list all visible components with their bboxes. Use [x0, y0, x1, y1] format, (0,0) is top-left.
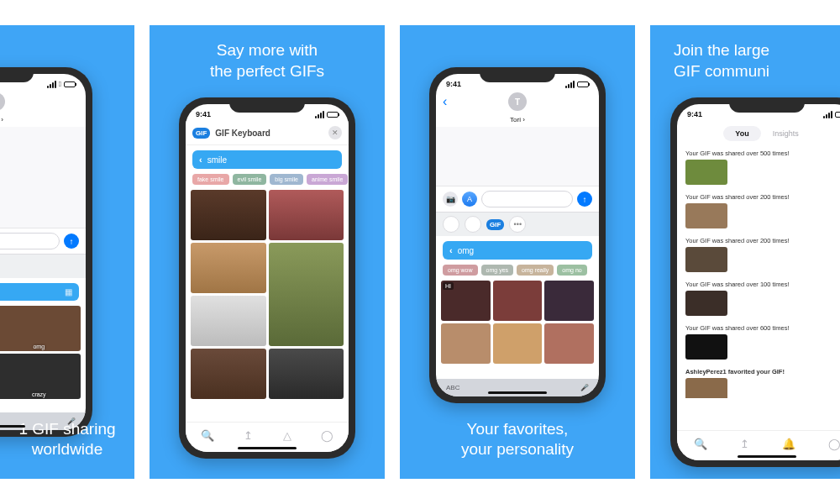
- suggestion-chips: omg wow omg yes omg really omg no: [436, 265, 599, 281]
- tab-profile-icon[interactable]: ◯: [828, 438, 841, 450]
- gif-search-bar[interactable]: ‹ smile: [192, 150, 342, 169]
- feed-item[interactable]: Your GIF was shared over 200 times!: [685, 234, 840, 276]
- chip[interactable]: omg really: [517, 265, 554, 276]
- chat-header: ‹ T: [436, 91, 599, 116]
- segmented-tabs: You Insights: [677, 121, 840, 146]
- promo-panel-2: Say more with the perfect GIFs 9:41 GIF …: [150, 25, 385, 479]
- app-icon[interactable]: [465, 216, 481, 233]
- app-icon[interactable]: [443, 216, 459, 233]
- appstore-icon[interactable]: A: [462, 192, 477, 207]
- feed-item[interactable]: Your GIF was shared over 100 times!: [685, 277, 840, 319]
- tab-you[interactable]: You: [723, 126, 760, 141]
- gif-keyboard-header: GIF GIF Keyboard ✕: [186, 121, 349, 145]
- feed-item[interactable]: AshleyPerez1 favorited your GIF!: [685, 365, 840, 398]
- suggestion-chips: fake smile evil smile big smile anime sm…: [186, 174, 349, 190]
- feed-thumb: [685, 334, 727, 360]
- send-button[interactable]: ↑: [577, 192, 592, 207]
- message-input[interactable]: [481, 191, 573, 207]
- phone-mock-4: 9:41 You Insights Your GIF was shared ov…: [670, 97, 840, 467]
- chat-body: [0, 127, 86, 228]
- feed-thumb: [685, 247, 727, 272]
- tab-profile-icon[interactable]: ◯: [321, 429, 333, 442]
- chip[interactable]: omg wow: [443, 265, 478, 276]
- gif-cell[interactable]: [269, 190, 344, 240]
- gif-cell[interactable]: [544, 323, 594, 364]
- contact-name[interactable]: Tori ›: [436, 116, 599, 127]
- message-input[interactable]: [0, 233, 60, 249]
- chip[interactable]: omg no: [557, 265, 586, 276]
- phone-notch: [0, 67, 34, 82]
- chip[interactable]: evil smile: [233, 174, 267, 185]
- imessage-apps-row: GIF •••: [436, 212, 599, 236]
- feed-thumb: [685, 291, 727, 316]
- contact-avatar[interactable]: T: [0, 92, 5, 111]
- gif-cell[interactable]: [191, 296, 266, 346]
- gif-search-bar[interactable]: ‹ omg: [443, 241, 592, 260]
- gif-cell[interactable]: [191, 243, 266, 293]
- tab-upload-icon[interactable]: ↥: [244, 429, 253, 442]
- gif-grid: HI: [436, 281, 599, 364]
- back-icon[interactable]: ‹: [443, 94, 447, 109]
- gif-search-bar[interactable]: nor ▦: [0, 283, 79, 301]
- feed-item[interactable]: Your GIF was shared over 200 times!: [685, 190, 840, 232]
- contact-avatar[interactable]: T: [508, 92, 527, 111]
- back-chevron-icon[interactable]: ‹: [199, 155, 202, 165]
- gif-cell[interactable]: [441, 323, 491, 364]
- gif-cell[interactable]: [269, 349, 344, 399]
- gif-cell[interactable]: [544, 281, 594, 321]
- camera-icon[interactable]: 📷: [443, 192, 458, 207]
- tab-upload-icon[interactable]: ↥: [740, 438, 749, 450]
- home-indicator: [238, 447, 297, 449]
- screenshot-gallery: 9:41 􀙇 T Tori › ↑ GIF ••• nor: [0, 25, 840, 479]
- gif-cell[interactable]: HI: [441, 281, 491, 321]
- home-indicator: [738, 455, 796, 458]
- contact-name[interactable]: Tori ›: [0, 116, 86, 127]
- phone-mock-1: 9:41 􀙇 T Tori › ↑ GIF ••• nor: [0, 67, 92, 437]
- feed-thumb: [685, 160, 727, 185]
- tab-insights[interactable]: Insights: [761, 126, 811, 141]
- phone-screen: 9:41 􀙇 T Tori › ↑ GIF ••• nor: [0, 74, 86, 430]
- promo-panel-4: Join the large GIF communi 9:41 You Insi…: [650, 25, 840, 479]
- gif-grid: dance omg annoyed crazy: [0, 306, 86, 399]
- panel-caption: Join the large GIF communi: [650, 40, 840, 81]
- gif-cell[interactable]: [493, 281, 543, 321]
- close-icon[interactable]: ✕: [328, 126, 342, 139]
- promo-panel-3: 9:41 ‹ T Tori › 📷 A ↑ GI: [400, 25, 635, 479]
- chip[interactable]: anime smile: [307, 174, 348, 185]
- gif-cell[interactable]: [191, 349, 266, 399]
- chip[interactable]: big smile: [270, 174, 303, 185]
- tab-search-icon[interactable]: 🔍: [694, 438, 707, 450]
- chip[interactable]: fake smile: [192, 174, 229, 185]
- home-indicator: [488, 391, 547, 394]
- abc-key[interactable]: ABC: [446, 384, 459, 391]
- gif-cell[interactable]: [191, 190, 266, 240]
- imessage-apps-row: GIF •••: [0, 254, 86, 278]
- phone-notch: [729, 97, 805, 113]
- chat-header: T: [0, 91, 86, 116]
- message-input-row: ↑: [0, 228, 86, 254]
- mic-icon[interactable]: 🎤: [580, 384, 589, 391]
- search-term: omg: [458, 246, 585, 255]
- gif-cell[interactable]: [269, 243, 344, 346]
- tab-search-icon[interactable]: 🔍: [201, 429, 214, 442]
- tab-activity-icon[interactable]: 🔔: [782, 438, 795, 450]
- feed-thumb: [685, 378, 727, 398]
- feed-item[interactable]: Your GIF was shared over 600 times!: [685, 321, 840, 363]
- gif-app-icon[interactable]: GIF: [486, 219, 504, 230]
- activity-feed: Your GIF was shared over 500 times! Your…: [677, 146, 840, 398]
- gif-cell[interactable]: omg: [0, 306, 81, 351]
- feed-item[interactable]: Your GIF was shared over 500 times!: [685, 146, 840, 188]
- app-more-icon[interactable]: •••: [509, 216, 526, 233]
- gif-cell[interactable]: crazy: [0, 354, 81, 399]
- send-button[interactable]: ↑: [64, 234, 79, 249]
- grid-toggle-icon[interactable]: ▦: [65, 287, 72, 297]
- gif-cell[interactable]: [493, 323, 543, 364]
- back-chevron-icon[interactable]: ‹: [449, 245, 453, 255]
- panel-caption: Your favorites, your personality: [400, 419, 635, 460]
- home-indicator: [0, 425, 25, 428]
- phone-mock-2: 9:41 GIF GIF Keyboard ✕ ‹ smile fake smi…: [179, 97, 355, 459]
- tab-activity-icon[interactable]: △: [283, 429, 291, 442]
- promo-panel-1: 9:41 􀙇 T Tori › ↑ GIF ••• nor: [0, 25, 134, 479]
- chip[interactable]: omg yes: [481, 265, 513, 276]
- panel-caption: Say more with the perfect GIFs: [150, 40, 385, 81]
